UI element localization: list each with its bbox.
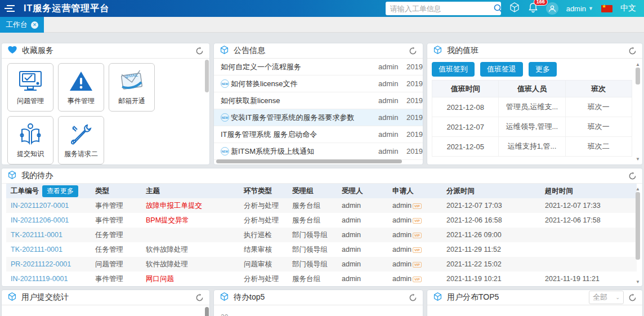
announcement-item[interactable]: 如何自定义一个流程服务 admin 2019- xyxy=(214,59,423,75)
vip-badge: VIP xyxy=(413,247,422,253)
refresh-icon[interactable] xyxy=(195,293,204,302)
panel-title: 公告信息 xyxy=(234,46,265,56)
cube-icon xyxy=(7,292,17,304)
table-row[interactable]: TK-202111-0001 任务管理 执行巡检 部门领导组 admin adm… xyxy=(6,228,637,242)
tools-icon xyxy=(68,123,94,148)
chevron-down-icon: ▼ xyxy=(588,6,593,11)
column-header[interactable]: 申请人 xyxy=(388,184,442,198)
panel-my-duty: 我的值班 值班签到 值班签退 更多 值班时间 值班人员 班次 2021-12-0… xyxy=(427,43,643,165)
scrollbar[interactable]: ▲ ▼ xyxy=(634,62,641,162)
service-card-mailbox[interactable]: @MAIL 邮箱开通 xyxy=(109,63,155,112)
notifications-bell-icon[interactable]: 166 xyxy=(528,2,538,15)
topbar: IT服务运营管理平台 166 admin ▼ ★ 中文 xyxy=(0,0,644,17)
column-header[interactable]: 受理组 xyxy=(288,184,337,198)
menu-toggle-icon[interactable] xyxy=(0,5,19,12)
table-row[interactable]: PR-20211122-0001 问题管理 软件故障处理 问题审核 部门领导组 … xyxy=(6,257,637,272)
user-menu[interactable]: admin ▼ xyxy=(566,5,593,13)
todo-table: 工单编号查看更多 类型 主题 环节类型 受理组 受理人 申请人 分派时间 超时时… xyxy=(6,184,637,286)
cube-icon xyxy=(220,292,229,304)
username: admin xyxy=(566,5,586,13)
duty-checkout-button[interactable]: 值班签退 xyxy=(480,62,523,77)
close-icon[interactable]: ✕ xyxy=(31,21,38,29)
announcement-item-selected[interactable]: NEW安装IT服务管理系统的服务器要求参数 admin 2019- xyxy=(214,109,423,126)
language-switch[interactable]: 中文 xyxy=(620,3,636,14)
view-more-button[interactable]: 查看更多 xyxy=(42,185,78,197)
panel-title: 用户提交统计 xyxy=(21,292,69,302)
ticket-link[interactable]: TK-202111-0001 xyxy=(11,246,62,253)
flag-icon[interactable]: ★ xyxy=(601,5,612,12)
tab-bar: 工作台 ✕ xyxy=(0,17,644,33)
ticket-link[interactable]: IN-20211119-0001 xyxy=(11,275,68,283)
duty-checkin-button[interactable]: 值班签到 xyxy=(432,62,475,77)
refresh-icon[interactable] xyxy=(195,47,204,55)
panel-title: 我的待办 xyxy=(21,171,53,181)
scrollbar[interactable] xyxy=(205,307,209,316)
service-card-request[interactable]: 服务请求二 xyxy=(58,116,104,164)
heart-icon xyxy=(7,45,17,56)
filter-select[interactable]: 全部 ⌄ xyxy=(589,291,624,304)
vip-badge: VIP xyxy=(413,218,422,224)
tab-workbench[interactable]: 工作台 ✕ xyxy=(0,17,44,33)
panel-title: 收藏服务 xyxy=(22,46,53,56)
vip-badge: VIP xyxy=(413,203,422,209)
horizontal-scrollbar[interactable] xyxy=(216,159,402,163)
column-header[interactable]: 工单编号查看更多 xyxy=(6,184,91,198)
apps-cube-icon[interactable] xyxy=(509,2,520,15)
service-card-incident[interactable]: 事件管理 xyxy=(58,63,104,112)
reading-book-icon xyxy=(17,123,43,148)
ticket-link[interactable]: IN-20211207-0001 xyxy=(11,202,69,210)
announcement-item[interactable]: NEW新ITSM系统升级上线通知 admin 2019- xyxy=(214,143,423,160)
column-header[interactable]: 班次 xyxy=(565,81,632,97)
service-card-knowledge[interactable]: 提交知识 xyxy=(7,116,53,164)
table-row[interactable]: 2021-12-08 管理员,运维支... 班次一 xyxy=(432,97,632,117)
search-input[interactable] xyxy=(386,5,494,13)
new-badge-icon: NEW xyxy=(221,113,229,122)
search-icon[interactable] xyxy=(494,4,501,13)
warning-triangle-icon xyxy=(68,70,94,95)
table-row[interactable]: IN-20211207-0001 事件管理 故障申报工单提交 分析与处理 服务台… xyxy=(6,198,637,213)
panel-user-distribution-top5: 用户分布TOP5 全部 ⌄ xyxy=(427,290,643,316)
mail-icon: @MAIL xyxy=(119,70,145,95)
table-row[interactable]: IN-20211206-0001 事件管理 BPM提交异常 分析与处理 服务台组… xyxy=(6,213,637,228)
refresh-icon[interactable] xyxy=(409,293,417,302)
search-box xyxy=(386,2,501,15)
column-header[interactable]: 类型 xyxy=(91,184,141,198)
new-badge-icon: NEW xyxy=(221,147,229,155)
refresh-icon[interactable] xyxy=(628,293,637,302)
avatar[interactable] xyxy=(546,2,558,15)
column-header[interactable]: 分派时间 xyxy=(442,184,540,198)
table-row[interactable]: 2021-12-07 运维领导,管理... 班次一 xyxy=(432,117,632,137)
refresh-icon[interactable] xyxy=(628,47,637,55)
cube-icon xyxy=(433,45,442,57)
notification-count-badge: 166 xyxy=(534,0,548,6)
column-header[interactable]: 值班时间 xyxy=(432,81,499,97)
scrollbar[interactable] xyxy=(205,60,209,92)
ticket-link[interactable]: IN-20211206-0001 xyxy=(11,216,69,224)
cube-icon xyxy=(7,170,17,182)
duty-more-button[interactable]: 更多 xyxy=(529,62,557,77)
column-header[interactable]: 受理人 xyxy=(337,184,388,198)
announcement-item[interactable]: NEW如何替换license文件 admin 2019- xyxy=(214,75,423,92)
column-header[interactable]: 主题 xyxy=(141,184,239,198)
refresh-icon[interactable] xyxy=(409,47,417,55)
panel-favorite-services: 收藏服务 问题管理 事件管理 @MAIL 邮箱开通 提 xyxy=(1,43,210,165)
chevron-down-icon: ⌄ xyxy=(615,295,620,300)
table-row[interactable]: 2021-12-05 运维支持1,管... 班次二 xyxy=(432,137,632,157)
ticket-link[interactable]: TK-202111-0001 xyxy=(11,231,62,239)
column-header[interactable]: 超时时间 xyxy=(540,184,637,198)
table-row[interactable]: IN-20211119-0001 事件管理 网口问题 分析与处理 服务台组 ad… xyxy=(6,272,637,286)
ticket-link[interactable]: PR-20211122-0001 xyxy=(11,260,71,268)
cube-icon xyxy=(220,45,229,57)
service-card-problem[interactable]: 问题管理 xyxy=(7,63,53,112)
panel-title: 待办top5 xyxy=(234,292,265,302)
announcement-item[interactable]: IT服务管理系统 服务启动命令 admin 2019- xyxy=(214,126,423,143)
refresh-icon[interactable] xyxy=(628,172,637,180)
panel-todo-top5: 待办top5 20 xyxy=(213,290,423,316)
table-row[interactable]: TK-202111-0001 任务管理 软件故障处理 结果审核 部门领导组 ad… xyxy=(6,242,637,257)
duty-table: 值班时间 值班人员 班次 2021-12-08 管理员,运维支... 班次一 2… xyxy=(432,80,632,157)
panel-title: 我的值班 xyxy=(447,46,478,56)
announcement-item[interactable]: 如何获取新license admin 2019- xyxy=(214,92,423,109)
column-header[interactable]: 环节类型 xyxy=(239,184,288,198)
scrollbar[interactable]: ▲ ▼ xyxy=(634,186,641,285)
column-header[interactable]: 值班人员 xyxy=(499,81,565,97)
